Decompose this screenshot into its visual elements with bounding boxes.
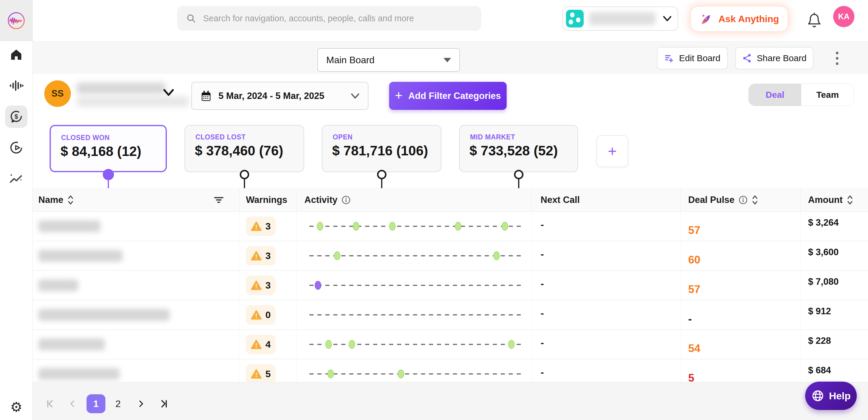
page-button-1[interactable]: 1 <box>87 394 105 413</box>
column-label: Deal Pulse <box>688 194 735 205</box>
activity-dot-green[interactable] <box>326 340 332 349</box>
activity-dot-green[interactable] <box>349 340 355 349</box>
stat-card-mid-market[interactable]: MID MARKET$ 733,528 (52) <box>459 125 578 172</box>
cell-name[interactable] <box>32 241 239 270</box>
share-board-button[interactable]: Share Board <box>735 47 813 69</box>
info-icon[interactable] <box>342 196 350 204</box>
last-page-button[interactable] <box>154 394 173 413</box>
filter-icon[interactable] <box>214 196 224 204</box>
cell-name[interactable] <box>32 300 239 329</box>
sidebar-item-home[interactable] <box>5 43 27 66</box>
global-search[interactable] <box>177 6 481 31</box>
activity-track <box>309 314 522 316</box>
cell-amount: $ 3,600 <box>800 241 868 270</box>
page-button-2[interactable]: 2 <box>108 394 128 413</box>
amount-value: $ 684 <box>808 365 831 376</box>
warning-badge[interactable]: 4 <box>246 335 275 354</box>
owner-initials: SS <box>51 88 63 99</box>
deal-pulse-value: 60 <box>688 254 700 266</box>
sort-icon[interactable] <box>847 195 853 205</box>
activity-dot-green[interactable] <box>334 251 340 260</box>
board-select[interactable]: Main Board <box>317 48 460 72</box>
column-header-activity: Activity <box>296 188 531 211</box>
warning-badge[interactable]: 3 <box>246 246 275 266</box>
amount-value: $ 7,080 <box>808 276 838 287</box>
edit-board-button[interactable]: Edit Board <box>657 47 728 69</box>
owner-subtitle-redacted <box>77 97 189 106</box>
next-page-button[interactable] <box>131 394 150 413</box>
workspace-selector[interactable] <box>562 6 678 31</box>
sort-icon[interactable] <box>752 195 758 205</box>
cell-name[interactable] <box>32 330 239 359</box>
date-range-value: 5 Mar, 2024 - 5 Mar, 2025 <box>218 91 324 101</box>
stat-card-label: MID MARKET <box>470 133 515 141</box>
warning-icon <box>251 369 262 379</box>
help-label: Help <box>829 390 851 402</box>
activity-dot-green[interactable] <box>353 222 359 231</box>
warning-badge[interactable]: 0 <box>246 305 275 325</box>
cell-name[interactable] <box>32 271 239 300</box>
warning-badge[interactable]: 3 <box>246 216 275 236</box>
stat-card-label: OPEN <box>333 133 353 141</box>
previous-page-button[interactable] <box>63 394 82 413</box>
sidebar-item-analytics[interactable] <box>5 137 27 159</box>
activity-dot-green[interactable] <box>455 222 461 231</box>
cell-name[interactable] <box>32 212 239 241</box>
stat-card-pin-dot <box>103 169 114 180</box>
sidebar-item-deals[interactable]: $ <box>5 106 27 128</box>
activity-dot-green[interactable] <box>328 369 334 378</box>
warning-count: 3 <box>266 221 271 232</box>
cell-deal-pulse: 54 <box>681 330 800 359</box>
sort-icon[interactable] <box>67 195 74 205</box>
ask-anything-button[interactable]: Ask Anything <box>691 6 788 31</box>
info-icon[interactable] <box>739 196 748 204</box>
warning-badge[interactable]: 5 <box>246 364 275 384</box>
activity-track <box>309 285 522 286</box>
cell-amount: $ 228 <box>800 330 868 359</box>
activity-dot-green[interactable] <box>493 251 500 260</box>
deal-name-redacted <box>38 338 105 350</box>
activity-dot-green[interactable] <box>508 340 515 349</box>
activity-dot-green[interactable] <box>389 222 396 231</box>
sidebar-item-calls[interactable] <box>5 74 27 97</box>
table-row[interactable]: 3-57$ 7,080 <box>32 271 868 300</box>
app-logo[interactable] <box>0 0 32 41</box>
owner-filter[interactable]: SS <box>44 80 71 107</box>
activity-dot-green[interactable] <box>398 369 404 378</box>
activity-track <box>309 226 522 227</box>
cell-next-call: - <box>531 300 681 329</box>
sidebar-item-settings[interactable]: ⚙ <box>5 396 27 418</box>
warning-icon <box>251 221 262 231</box>
date-range-picker[interactable]: 5 Mar, 2024 - 5 Mar, 2025 <box>191 82 368 110</box>
table-row[interactable]: 3-57$ 3,264 <box>32 212 868 241</box>
add-filter-categories-button[interactable]: + Add Filter Categories <box>389 82 507 110</box>
calendar-icon <box>200 90 212 102</box>
add-stat-card-button[interactable]: + <box>596 135 628 167</box>
warning-badge[interactable]: 3 <box>246 276 275 295</box>
toggle-deal[interactable]: Deal <box>749 84 801 106</box>
user-avatar[interactable]: KA <box>833 6 855 27</box>
search-input[interactable] <box>203 13 472 24</box>
deal-name-redacted <box>38 250 123 262</box>
activity-track <box>309 373 522 374</box>
stat-card-pin-dot <box>240 170 249 179</box>
table-row[interactable]: 3-60$ 3,600 <box>32 241 868 271</box>
activity-dot-purple[interactable] <box>315 281 321 290</box>
stat-card-closed-won[interactable]: CLOSED WON$ 84,168 (12) <box>50 125 167 172</box>
board-more-menu[interactable] <box>830 47 844 69</box>
stat-card-closed-lost[interactable]: CLOSED LOST$ 378,460 (76) <box>185 125 304 172</box>
activity-dot-green[interactable] <box>317 222 323 231</box>
toggle-team[interactable]: Team <box>801 84 854 106</box>
first-page-button[interactable] <box>41 394 60 413</box>
amount-value: $ 228 <box>808 335 831 346</box>
edit-list-icon <box>664 53 674 63</box>
activity-dot-green[interactable] <box>502 222 508 231</box>
stat-card-open[interactable]: OPEN$ 781,716 (106) <box>322 125 441 172</box>
sidebar-item-insights[interactable] <box>5 168 27 190</box>
notifications-button[interactable] <box>807 12 822 28</box>
chevron-down-icon[interactable] <box>163 89 174 96</box>
help-button[interactable]: Help <box>805 382 857 410</box>
pagination-bar: 12 <box>32 382 868 420</box>
table-row[interactable]: 0--$ 912 <box>32 300 868 330</box>
table-row[interactable]: 4-54$ 228 <box>32 330 868 359</box>
